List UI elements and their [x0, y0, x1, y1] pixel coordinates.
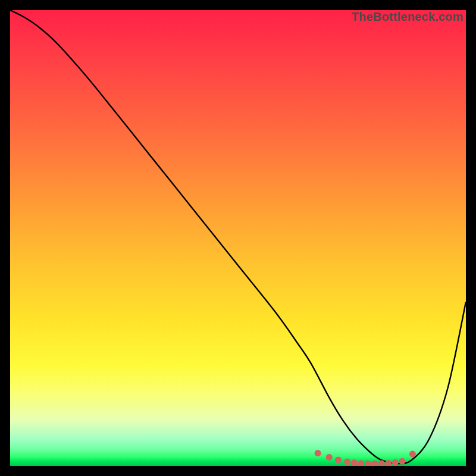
valley-dot: [335, 457, 342, 464]
valley-dot: [399, 458, 405, 465]
bottleneck-curve: [10, 10, 466, 464]
valley-dot: [392, 459, 399, 466]
valley-dot: [315, 450, 321, 456]
chart-frame: TheBottleneck.com: [10, 10, 466, 466]
valley-dot: [385, 460, 392, 466]
valley-dot: [326, 454, 333, 461]
valley-dot: [351, 459, 358, 466]
chart-svg: [10, 10, 466, 466]
valley-dot: [409, 451, 416, 458]
valley-dot: [371, 461, 378, 466]
valley-dot: [344, 459, 350, 465]
valley-dot: [365, 461, 371, 466]
valley-dot: [358, 460, 364, 466]
valley-dots: [315, 450, 416, 466]
